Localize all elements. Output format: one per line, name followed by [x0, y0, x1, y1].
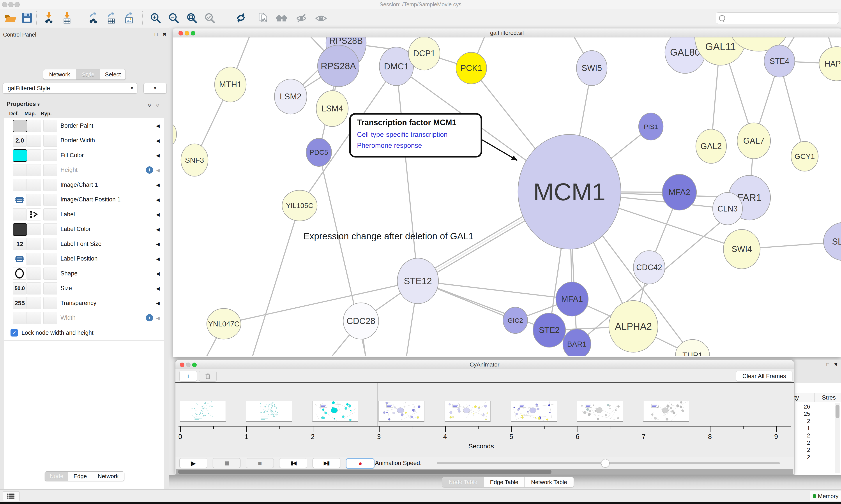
zoom-fit-icon[interactable] — [186, 12, 198, 24]
bypass-cell[interactable] — [43, 223, 57, 235]
bypass-cell[interactable] — [43, 194, 57, 206]
add-frame-button[interactable]: + — [179, 371, 197, 381]
cyanimator-titlebar[interactable]: CyAnimator — [175, 360, 794, 369]
default-value-cell[interactable] — [13, 268, 27, 280]
export-image-icon[interactable] — [123, 12, 136, 24]
float-panel-icon[interactable]: □ — [155, 32, 158, 37]
style-options-button[interactable]: ▾ — [143, 83, 167, 93]
expand-row-icon[interactable]: ◀ — [156, 316, 160, 321]
timeline[interactable]: 0123456789 Seconds — [175, 383, 794, 457]
bypass-cell[interactable] — [43, 253, 57, 265]
expand-row-icon[interactable]: ◀ — [156, 168, 160, 173]
expand-row-icon[interactable]: ◀ — [156, 182, 160, 187]
bypass-cell[interactable] — [43, 238, 57, 250]
network-file-icon[interactable] — [257, 12, 270, 24]
pause-button[interactable]: ▮▮ — [213, 458, 240, 468]
open-session-icon[interactable] — [4, 12, 17, 24]
mapping-cell[interactable] — [27, 120, 41, 132]
default-value-cell[interactable] — [13, 149, 27, 162]
mapping-cell[interactable] — [27, 268, 41, 280]
mapping-cell[interactable] — [27, 194, 41, 206]
table-scrollbar[interactable] — [835, 403, 840, 473]
annotation-link[interactable]: Cell-type-specific transcription — [357, 131, 447, 138]
close-panel-icon[interactable]: ✖ — [162, 32, 166, 37]
zoom-out-icon[interactable] — [167, 12, 180, 24]
tab-network-table[interactable]: Network Table — [524, 477, 574, 487]
table-cell[interactable]: 1 — [795, 425, 810, 432]
search-field[interactable] — [716, 13, 839, 24]
table-cell[interactable]: 2 — [795, 454, 810, 461]
mapping-cell[interactable] — [27, 134, 41, 147]
table-cell[interactable]: 25 — [795, 411, 810, 417]
mapping-cell[interactable] — [27, 164, 41, 176]
search-input[interactable] — [727, 15, 839, 21]
default-value-cell[interactable] — [13, 223, 27, 236]
zoom-in-icon[interactable] — [149, 12, 162, 24]
frame-thumbnail-6[interactable] — [577, 401, 623, 422]
default-value-cell[interactable] — [13, 209, 27, 220]
table-cell[interactable]: 2 — [795, 432, 810, 439]
caption-annotation[interactable]: Expression change after deletion of GAL1 — [303, 231, 474, 241]
frame-thumbnail-5[interactable] — [511, 401, 557, 422]
default-value-cell[interactable] — [13, 120, 27, 132]
bypass-cell[interactable] — [43, 179, 57, 191]
expand-row-icon[interactable]: ◀ — [156, 153, 160, 158]
previous-frame-button[interactable]: ▮◀ — [279, 458, 307, 468]
mapping-cell[interactable] — [27, 223, 41, 235]
default-value-cell[interactable]: 12 — [13, 238, 27, 250]
show-panels-button[interactable] — [3, 491, 20, 501]
bypass-cell[interactable] — [43, 134, 57, 147]
mapping-cell[interactable] — [27, 179, 41, 191]
expand-row-icon[interactable]: ◀ — [156, 256, 160, 262]
save-session-icon[interactable] — [21, 12, 34, 24]
network-canvas[interactable]: RPS28BRPS28ADMC1DCP1PCK1MTH1LSM2LSM4SNF3… — [173, 37, 841, 356]
expand-row-icon[interactable]: ◀ — [156, 271, 160, 276]
lock-checkbox[interactable]: ✓ — [11, 329, 18, 337]
default-value-cell[interactable]: 50.0 — [13, 283, 27, 294]
expand-row-icon[interactable]: ◀ — [156, 301, 160, 306]
default-value-cell[interactable] — [13, 179, 27, 191]
speed-slider-thumb[interactable] — [601, 459, 609, 467]
expand-row-icon[interactable]: ◀ — [156, 212, 160, 217]
timeline-scrollbar-thumb[interactable] — [178, 470, 552, 474]
memory-button[interactable]: Memory — [810, 491, 841, 501]
export-table-icon[interactable] — [105, 12, 118, 24]
mapping-cell[interactable] — [27, 149, 41, 161]
mapping-cell[interactable] — [27, 283, 41, 294]
frame-thumbnail-1[interactable] — [246, 401, 292, 422]
table-cell[interactable]: 2 — [795, 439, 810, 446]
bypass-cell[interactable] — [43, 283, 57, 294]
tab-edge[interactable]: Edge — [68, 472, 92, 481]
tab-network[interactable]: Network — [92, 472, 124, 481]
next-frame-button[interactable]: ▶▮ — [312, 458, 340, 468]
mapping-cell[interactable] — [27, 312, 41, 324]
collapse-all-icon[interactable]: » — [155, 104, 162, 107]
default-value-cell[interactable]: 255 — [13, 297, 27, 309]
zoom-selected-icon[interactable] — [204, 12, 216, 24]
bypass-cell[interactable] — [43, 312, 57, 324]
record-button[interactable]: ● — [346, 458, 375, 469]
info-icon[interactable]: i — [146, 314, 153, 321]
bypass-cell[interactable] — [43, 120, 57, 132]
frame-thumbnail-2[interactable] — [312, 401, 358, 422]
import-table-icon[interactable] — [61, 12, 74, 24]
refresh-layout-icon[interactable] — [235, 12, 248, 24]
properties-header[interactable]: Properties ▾ — [6, 101, 40, 108]
frame-thumbnail-0[interactable] — [180, 401, 226, 422]
bypass-cell[interactable] — [43, 164, 57, 176]
timeline-scrollbar[interactable] — [176, 469, 793, 474]
tab-network[interactable]: Network — [43, 69, 76, 79]
expand-row-icon[interactable]: ◀ — [156, 197, 160, 202]
table-cell[interactable]: 2 — [795, 447, 810, 453]
tab-node[interactable]: Node — [45, 472, 68, 481]
default-value-cell[interactable] — [13, 194, 27, 206]
hide-details-icon[interactable] — [295, 12, 308, 24]
style-selector[interactable]: galFiltered Style ▾ — [3, 83, 137, 93]
expand-row-icon[interactable]: ◀ — [156, 227, 160, 232]
annotation-box[interactable]: Transcription factor MCM1Cell-type-speci… — [350, 114, 517, 161]
default-value-cell[interactable] — [13, 312, 27, 324]
float-panel-icon[interactable]: □ — [826, 362, 829, 367]
mapping-cell[interactable] — [27, 209, 41, 220]
table-cell[interactable]: 26 — [795, 403, 810, 410]
node-LEFTY[interactable] — [173, 124, 177, 145]
